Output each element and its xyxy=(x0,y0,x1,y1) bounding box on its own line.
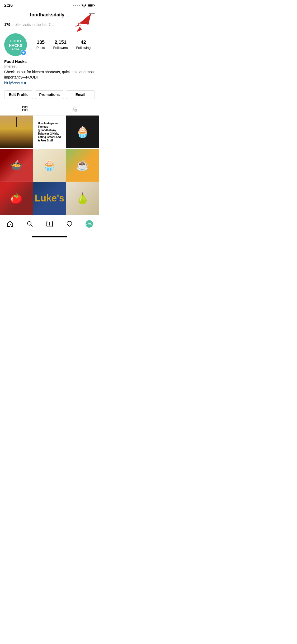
username-label: foodhacksdaily xyxy=(30,12,64,18)
svg-point-10 xyxy=(27,222,31,225)
grid-cell-5[interactable]: 🧁 xyxy=(33,149,66,182)
nav-activity[interactable] xyxy=(64,218,75,230)
svg-rect-7 xyxy=(25,109,27,111)
svg-rect-5 xyxy=(25,106,27,108)
email-button[interactable]: Email xyxy=(66,90,95,99)
action-buttons: Edit Profile Promotions Email xyxy=(0,88,99,102)
chevron-down-icon: ⌄ xyxy=(66,13,69,17)
grid-cell-1[interactable] xyxy=(0,116,33,148)
wifi-icon xyxy=(82,4,86,7)
nav-search[interactable] xyxy=(24,218,36,230)
grid-cell-8[interactable]: Luke's xyxy=(33,182,66,215)
tagged-tab[interactable] xyxy=(50,102,99,115)
profile-visits-banner: 179 profile visits in the last 7... xyxy=(0,20,99,29)
grid-cell-6[interactable]: ☕ xyxy=(66,149,99,182)
article-text: How Instagram-Famous @Foodbabyny Balance… xyxy=(38,122,61,142)
followers-label: Followers xyxy=(53,46,68,50)
stats-container: 135 Posts 2,151 Followers 42 Following xyxy=(32,40,95,50)
username-container[interactable]: foodhacksdaily ⌄ xyxy=(30,12,69,18)
bio-section: Food Hacks Interest Check us out for kit… xyxy=(0,58,99,88)
following-label: Following xyxy=(76,46,91,50)
home-indicator xyxy=(0,235,99,240)
grid-cell-3[interactable]: 🧁 xyxy=(66,116,99,148)
search-icon xyxy=(26,220,33,227)
hamburger-menu-icon[interactable] xyxy=(89,13,95,17)
svg-line-11 xyxy=(31,225,32,227)
header-section: foodhacksdaily ⌄ xyxy=(0,10,99,20)
following-count: 42 xyxy=(81,40,86,45)
header: foodhacksdaily ⌄ xyxy=(0,10,99,20)
status-time: 2:36 xyxy=(4,3,13,8)
profile-visits-text: profile visits in the last 7... xyxy=(10,22,54,27)
promotions-button[interactable]: Promotions xyxy=(35,90,64,99)
avatar-container[interactable]: FOOD HACKS DAILY + xyxy=(4,33,27,56)
profile-visits-count: 179 xyxy=(4,22,10,27)
battery-icon xyxy=(88,4,95,7)
nav-avatar: FOODHACKS xyxy=(86,220,93,228)
heart-icon xyxy=(66,220,73,227)
bio-description: Check us out for kitchen shortcuts, quic… xyxy=(4,70,95,80)
posts-label: Posts xyxy=(36,46,45,50)
signal-dots-icon xyxy=(73,5,80,6)
posts-stat[interactable]: 135 Posts xyxy=(36,40,45,50)
home-icon xyxy=(7,220,13,227)
photo-grid: How Instagram-Famous @Foodbabyny Balance… xyxy=(0,116,99,215)
svg-rect-2 xyxy=(88,5,93,7)
grid-cell-2[interactable]: How Instagram-Famous @Foodbabyny Balance… xyxy=(33,116,66,148)
nav-add[interactable] xyxy=(44,218,55,230)
grid-icon xyxy=(22,105,28,112)
bio-category: Interest xyxy=(4,64,95,68)
svg-point-8 xyxy=(73,107,75,109)
add-story-badge[interactable]: + xyxy=(21,50,26,56)
grid-view-tab[interactable] xyxy=(0,102,50,115)
profile-section: FOOD HACKS DAILY + 135 Posts 2,151 Follo… xyxy=(0,29,99,58)
bottom-nav: FOODHACKS xyxy=(0,215,99,235)
bio-link[interactable]: bit.ly/2ezEfUI xyxy=(4,81,95,85)
svg-rect-1 xyxy=(94,5,95,6)
add-icon xyxy=(46,220,53,227)
status-icons xyxy=(73,4,95,7)
avatar-text: FOOD HACKS DAILY xyxy=(9,39,22,50)
home-bar xyxy=(32,236,67,237)
bio-name: Food Hacks xyxy=(4,59,95,64)
posts-count: 135 xyxy=(37,40,45,45)
grid-cell-7[interactable]: 🍅 xyxy=(0,182,33,215)
grid-cell-4[interactable]: 🍲 xyxy=(0,149,33,182)
nav-profile[interactable]: FOODHACKS xyxy=(83,218,95,230)
edit-profile-button[interactable]: Edit Profile xyxy=(4,90,33,99)
person-tag-icon xyxy=(71,106,77,112)
followers-count: 2,151 xyxy=(55,40,67,45)
svg-rect-4 xyxy=(22,106,24,108)
following-stat[interactable]: 42 Following xyxy=(76,40,91,50)
grid-cell-9[interactable]: 🍐 xyxy=(66,182,99,215)
followers-stat[interactable]: 2,151 Followers xyxy=(53,40,68,50)
profile-tab-bar xyxy=(0,102,99,116)
svg-rect-6 xyxy=(22,109,24,111)
status-bar: 2:36 xyxy=(0,0,99,10)
nav-home[interactable] xyxy=(4,218,16,230)
